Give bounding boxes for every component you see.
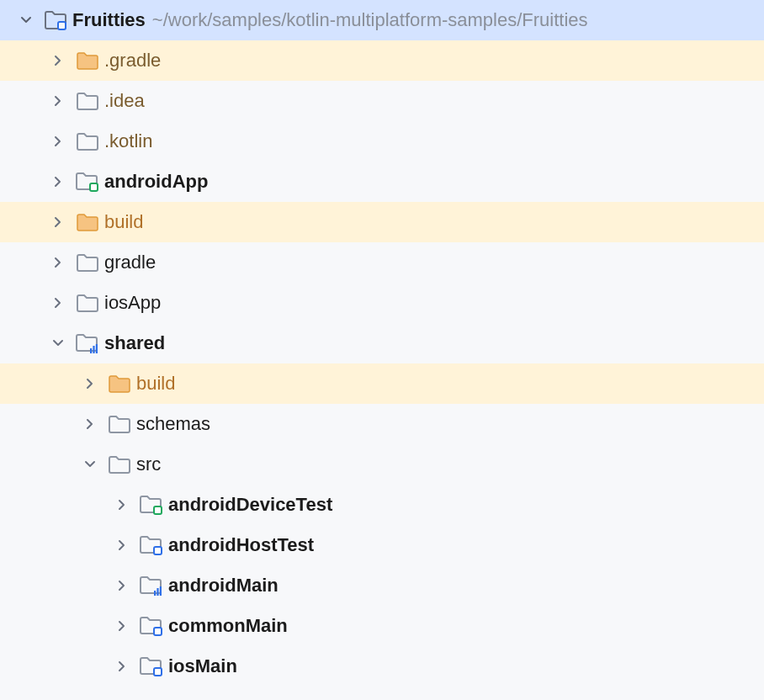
tree-row[interactable]: .gradle — [0, 40, 764, 81]
chevron-right-icon[interactable] — [45, 129, 71, 154]
tree-root-path: ~/work/samples/kotlin-multiplatform-samp… — [152, 9, 588, 31]
chevron-right-icon[interactable] — [45, 290, 71, 316]
tree-item-label: .kotlin — [104, 130, 152, 152]
chevron-right-icon[interactable] — [109, 613, 135, 639]
tree-item-label: iosApp — [104, 292, 161, 314]
tree-row[interactable]: schemas — [0, 404, 764, 444]
tree-item-label: .gradle — [104, 50, 161, 72]
chevron-right-icon[interactable] — [45, 209, 71, 235]
svg-rect-7 — [154, 591, 156, 596]
tree-item-label: androidHostTest — [168, 534, 314, 556]
svg-rect-1 — [90, 183, 98, 191]
folder-orange-icon — [108, 372, 131, 395]
chevron-down-icon[interactable] — [13, 8, 39, 33]
tree-item-label: .idea — [104, 90, 145, 112]
module-green-icon — [76, 170, 99, 194]
module-blue-bar-icon — [140, 574, 163, 597]
tree-row[interactable]: androidHostTest — [0, 525, 764, 565]
tree-item-label: androidApp — [104, 171, 208, 193]
svg-rect-2 — [90, 348, 92, 353]
tree-row[interactable]: iosMain — [0, 646, 764, 687]
project-tree: Fruitties ~/work/samples/kotlin-multipla… — [0, 0, 764, 687]
chevron-right-icon[interactable] — [45, 48, 71, 73]
chevron-down-icon[interactable] — [45, 331, 71, 356]
tree-row[interactable]: .kotlin — [0, 121, 764, 162]
chevron-right-icon[interactable] — [45, 250, 71, 275]
tree-row[interactable]: androidMain — [0, 565, 764, 606]
tree-row[interactable]: androidApp — [0, 162, 764, 202]
module-blue-icon — [140, 655, 163, 678]
chevron-right-icon[interactable] — [109, 573, 135, 598]
folder-orange-icon — [76, 210, 99, 234]
folder-gray-icon — [76, 291, 99, 315]
tree-item-label: androidMain — [168, 575, 279, 597]
folder-gray-icon — [76, 251, 99, 274]
tree-item-label: src — [136, 453, 161, 475]
tree-row[interactable]: iosApp — [0, 283, 764, 323]
tree-row-root[interactable]: Fruitties ~/work/samples/kotlin-multipla… — [0, 0, 764, 40]
folder-gray-icon — [108, 453, 131, 476]
chevron-right-icon[interactable] — [77, 411, 103, 437]
chevron-right-icon[interactable] — [109, 492, 135, 517]
tree-row[interactable]: androidDeviceTest — [0, 485, 764, 525]
svg-rect-4 — [96, 344, 98, 353]
chevron-right-icon[interactable] — [45, 169, 71, 194]
svg-rect-8 — [157, 588, 158, 596]
folder-orange-icon — [76, 49, 99, 72]
module-green-icon — [140, 493, 163, 517]
folder-gray-icon — [76, 130, 99, 153]
tree-item-label: androidDeviceTest — [168, 494, 332, 516]
tree-row[interactable]: src — [0, 444, 764, 485]
svg-rect-9 — [160, 586, 162, 596]
svg-rect-3 — [93, 346, 94, 353]
tree-item-label: gradle — [104, 252, 156, 273]
chevron-right-icon[interactable] — [77, 371, 103, 396]
svg-rect-11 — [154, 668, 162, 676]
tree-root-label: Fruitties — [72, 9, 146, 31]
svg-rect-6 — [154, 547, 162, 554]
module-root-icon — [44, 8, 67, 32]
tree-row[interactable]: .idea — [0, 81, 764, 121]
tree-item-label: iosMain — [168, 655, 237, 677]
tree-row[interactable]: gradle — [0, 242, 764, 283]
chevron-right-icon[interactable] — [45, 88, 71, 114]
tree-row[interactable]: build — [0, 363, 764, 404]
tree-item-label: build — [136, 373, 175, 395]
svg-rect-10 — [154, 628, 162, 635]
chevron-right-icon[interactable] — [109, 533, 135, 558]
svg-rect-5 — [154, 506, 162, 514]
tree-item-label: commonMain — [168, 615, 288, 637]
svg-rect-0 — [58, 22, 66, 29]
tree-row[interactable]: build — [0, 202, 764, 242]
chevron-down-icon[interactable] — [77, 452, 103, 477]
module-blue-bar-icon — [76, 331, 99, 355]
chevron-right-icon[interactable] — [109, 654, 135, 679]
tree-row[interactable]: shared — [0, 323, 764, 363]
tree-item-label: build — [104, 211, 143, 233]
module-blue-icon — [140, 614, 163, 638]
tree-item-label: schemas — [136, 413, 210, 435]
folder-gray-icon — [76, 89, 99, 113]
folder-gray-icon — [108, 412, 131, 436]
tree-row[interactable]: commonMain — [0, 606, 764, 646]
tree-item-label: shared — [104, 332, 165, 354]
module-blue-icon — [140, 533, 163, 557]
